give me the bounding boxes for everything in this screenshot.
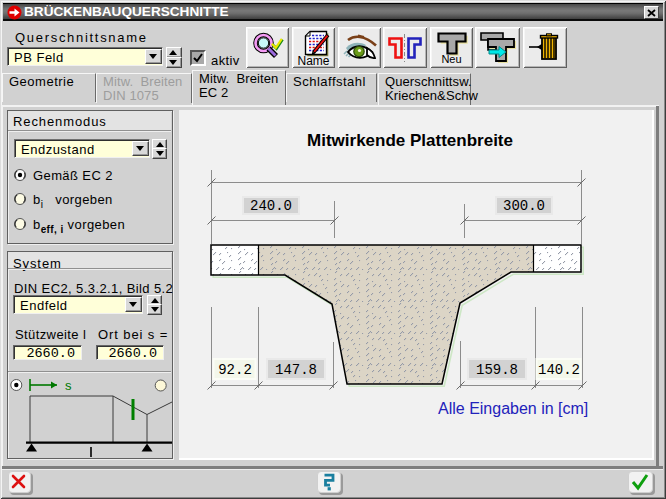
svg-text:240.0: 240.0 <box>250 198 292 214</box>
svg-text:140.2: 140.2 <box>538 362 580 378</box>
svg-text:159.8: 159.8 <box>476 362 518 378</box>
svg-text:s: s <box>65 378 72 393</box>
svg-text:92.2: 92.2 <box>218 362 252 378</box>
svg-text:147.8: 147.8 <box>275 362 317 378</box>
svg-text:300.0: 300.0 <box>503 198 545 214</box>
